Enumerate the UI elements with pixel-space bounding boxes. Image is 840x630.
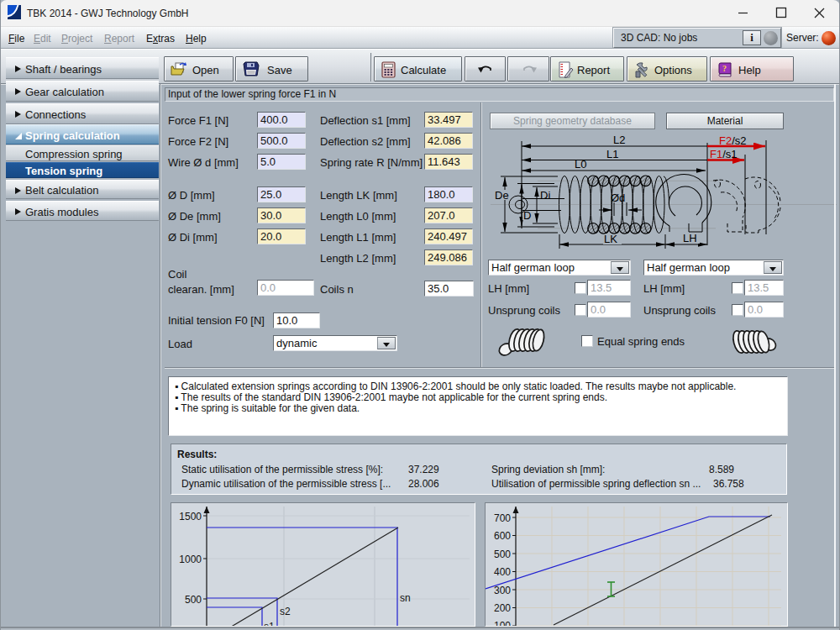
svg-text:Di: Di	[540, 189, 550, 202]
svg-text:Ød: Ød	[611, 192, 625, 204]
svg-text:1500: 1500	[179, 511, 202, 522]
svg-text:L2: L2	[613, 134, 625, 146]
svg-text:L1: L1	[606, 148, 618, 160]
svg-text:?: ?	[722, 64, 727, 73]
svg-text:F2/s2: F2/s2	[719, 134, 747, 147]
svg-text:100: 100	[494, 620, 511, 626]
svg-text:De: De	[495, 189, 509, 202]
svg-text:F1/s1: F1/s1	[710, 148, 738, 160]
svg-text:400: 400	[494, 566, 511, 578]
svg-text:LK: LK	[604, 233, 617, 245]
svg-text:1000: 1000	[179, 554, 202, 565]
svg-text:s2: s2	[280, 606, 291, 617]
svg-text:500: 500	[185, 594, 202, 606]
svg-text:sn: sn	[400, 592, 411, 604]
svg-text:700: 700	[494, 512, 511, 524]
svg-text:600: 600	[494, 530, 511, 542]
svg-text:200: 200	[494, 602, 511, 614]
svg-text:500: 500	[494, 549, 511, 560]
svg-text:LH: LH	[683, 232, 697, 244]
svg-text:s1: s1	[264, 621, 275, 626]
svg-text:L0: L0	[575, 158, 586, 171]
svg-text:300: 300	[494, 585, 511, 596]
